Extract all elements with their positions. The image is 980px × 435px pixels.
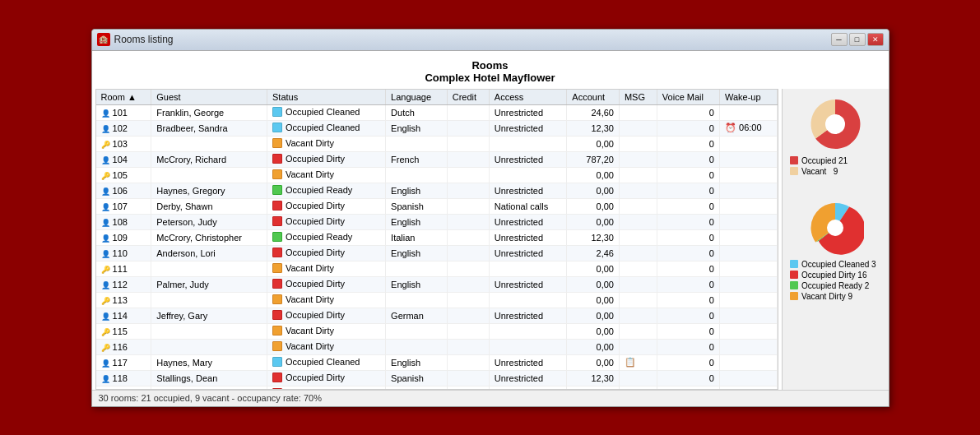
cell-msg: [619, 245, 657, 261]
table-row[interactable]: 🔑 116 Vacant Dirty 0,00 0: [96, 339, 778, 354]
main-section: Room ▲ Guest Status Language Credit Acce…: [92, 89, 889, 390]
status-badge: Occupied Dirty: [272, 310, 345, 320]
maximize-button[interactable]: □: [849, 33, 866, 46]
cell-status: Occupied Dirty: [267, 245, 385, 261]
table-row[interactable]: 👤 107 Derby, Shawn Occupied Dirty Spanis…: [96, 198, 778, 214]
table-row[interactable]: 🔑 103 Vacant Dirty 0,00 0: [96, 136, 778, 151]
table-row[interactable]: 👤 106 Haynes, Gregory Occupied Ready Eng…: [96, 183, 778, 198]
cell-language: [386, 323, 448, 339]
status-badge: Vacant Dirty: [272, 169, 334, 179]
legend-dot-occ-ready: [790, 281, 798, 289]
chart1-legend: Occupied 21 Vacant 9: [790, 156, 880, 178]
table-row[interactable]: 👤 104 McCrory, Richard Occupied Dirty Fr…: [96, 151, 778, 167]
cell-status: Occupied Cleaned: [267, 120, 385, 136]
table-row[interactable]: 🔑 111 Vacant Dirty 0,00 0: [96, 261, 778, 276]
cell-msg: [619, 229, 657, 245]
cell-voicemail: 0: [657, 183, 719, 198]
cell-wakeup: [719, 136, 777, 151]
col-access: Access: [489, 90, 567, 105]
table-row[interactable]: 👤 112 Palmer, Judy Occupied Dirty Englis…: [96, 276, 778, 292]
legend-occ-dirty: Occupied Dirty 16: [790, 271, 880, 280]
cell-status: Vacant Dirty: [267, 323, 385, 339]
legend-dot-vacant: [790, 167, 798, 175]
cell-voicemail: 0: [657, 354, 719, 370]
cell-voicemail: 0: [657, 120, 719, 136]
table-row[interactable]: 👤 102 Bradbeer, Sandra Occupied Cleaned …: [96, 120, 778, 136]
cell-voicemail: 0: [657, 198, 719, 214]
header-section: Rooms Complex Hotel Mayflower: [92, 51, 889, 89]
legend-vac-dirty-label: Vacant Dirty 9: [801, 292, 852, 301]
cell-room: 👤 114: [96, 308, 151, 323]
cell-wakeup: [719, 198, 777, 214]
cell-room: 🔑 113: [96, 292, 151, 308]
cell-status: Vacant Dirty: [267, 292, 385, 308]
table-row[interactable]: 👤 109 McCrory, Christopher Occupied Read…: [96, 229, 778, 245]
table-row[interactable]: 👤 114 Jeffrey, Gary Occupied Dirty Germa…: [96, 308, 778, 323]
table-row[interactable]: 👤 101 Franklin, George Occupied Cleaned …: [96, 104, 778, 120]
right-panel: Occupied 21 Vacant 9: [782, 89, 889, 390]
status-dot: [272, 373, 282, 382]
cell-wakeup: [719, 292, 777, 308]
legend-dot-occ-dirty: [790, 271, 798, 279]
cell-status: Vacant Dirty: [267, 136, 385, 151]
cell-msg: [619, 276, 657, 292]
cell-wakeup: ⏰ 06:00: [719, 120, 777, 136]
cell-voicemail: 0: [657, 214, 719, 229]
cell-room: 🔑 115: [96, 323, 151, 339]
cell-credit: [447, 229, 489, 245]
cell-language: [386, 261, 448, 276]
rooms-table-container[interactable]: Room ▲ Guest Status Language Credit Acce…: [95, 89, 778, 390]
legend-vacant-label: Vacant 9: [801, 167, 838, 176]
cell-account: 0,00: [567, 292, 620, 308]
chart-occupied-vacant: Occupied 21 Vacant 9: [790, 95, 880, 178]
chart2-legend: Occupied Cleaned 3 Occupied Dirty 16 Occ…: [790, 260, 880, 303]
cell-language: Spanish: [386, 198, 448, 214]
table-row[interactable]: 👤 117 Haynes, Mary Occupied Cleaned Engl…: [96, 354, 778, 370]
table-row[interactable]: 👤 118 Stallings, Dean Occupied Dirty Spa…: [96, 370, 778, 386]
col-voicemail: Voice Mail: [657, 90, 719, 105]
cell-msg: [619, 151, 657, 167]
cell-guest: [151, 167, 267, 183]
cell-credit: [447, 276, 489, 292]
cell-room: 👤 117: [96, 354, 151, 370]
cell-wakeup: [719, 308, 777, 323]
close-button[interactable]: ✕: [867, 33, 884, 46]
table-area: Room ▲ Guest Status Language Credit Acce…: [92, 89, 782, 390]
cell-msg: [619, 183, 657, 198]
status-badge: Vacant Dirty: [272, 326, 334, 336]
cell-account: 0,00: [567, 198, 620, 214]
table-row[interactable]: 👤 110 Anderson, Lori Occupied Dirty Engl…: [96, 245, 778, 261]
cell-account: 0,00: [567, 276, 620, 292]
table-row[interactable]: 🔑 115 Vacant Dirty 0,00 0: [96, 323, 778, 339]
window-title: Rooms listing: [114, 34, 174, 45]
title-buttons: ─ □ ✕: [831, 33, 884, 46]
cell-language: English: [386, 276, 448, 292]
cell-guest: Stallings, Dean: [151, 370, 267, 386]
cell-msg: [619, 120, 657, 136]
col-language: Language: [386, 90, 448, 105]
table-row[interactable]: 🔑 105 Vacant Dirty 0,00 0: [96, 167, 778, 183]
status-dot: [272, 154, 282, 164]
status-dot: [272, 341, 282, 351]
cell-guest: Derby, Shawn: [151, 198, 267, 214]
minimize-button[interactable]: ─: [831, 33, 848, 46]
cell-access: National calls: [489, 198, 567, 214]
cell-voicemail: 0: [657, 261, 719, 276]
cell-status: Occupied Dirty: [267, 276, 385, 292]
col-status: Status: [267, 90, 385, 105]
table-row[interactable]: 🔑 113 Vacant Dirty 0,00 0: [96, 292, 778, 308]
status-dot: [272, 107, 282, 117]
col-guest: Guest: [151, 90, 267, 105]
table-row[interactable]: 👤 108 Peterson, Judy Occupied Dirty Engl…: [96, 214, 778, 229]
cell-access: Unrestricted: [489, 120, 567, 136]
cell-status: Occupied Cleaned: [267, 104, 385, 120]
cell-voicemail: 0: [657, 276, 719, 292]
cell-language: German: [386, 308, 448, 323]
cell-guest: McCrory, Christopher: [151, 229, 267, 245]
cell-account: 2,46: [567, 245, 620, 261]
cell-room: 🔑 103: [96, 136, 151, 151]
cell-room: 👤 107: [96, 198, 151, 214]
cell-account: 0,00: [567, 167, 620, 183]
cell-language: English: [386, 245, 448, 261]
cell-wakeup: [719, 229, 777, 245]
